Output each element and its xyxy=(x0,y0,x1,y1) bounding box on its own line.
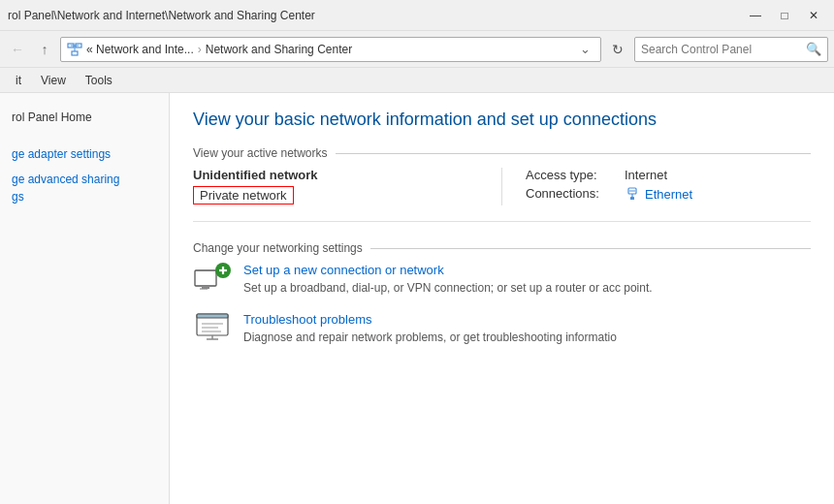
svg-rect-18 xyxy=(197,314,228,318)
network-access: Access type: Internet Connections: xyxy=(502,168,811,205)
menu-item-tools[interactable]: Tools xyxy=(78,72,120,89)
network-info: Unidentified network Private network xyxy=(193,168,502,205)
setup-connection-link[interactable]: Set up a new connection or network xyxy=(243,263,811,277)
sidebar-item-advanced-sharing[interactable]: ge advanced sharing gs xyxy=(0,167,169,209)
troubleshoot-text: Troubleshoot problems Diagnose and repai… xyxy=(243,312,811,346)
active-networks-section-title: View your active networks xyxy=(193,146,811,160)
svg-rect-2 xyxy=(72,51,78,55)
connections-link[interactable]: Ethernet xyxy=(625,186,692,202)
network-name: Unidentified network xyxy=(193,168,478,182)
ethernet-icon xyxy=(625,186,640,202)
access-type-value: Internet xyxy=(625,168,667,182)
svg-rect-10 xyxy=(630,197,634,200)
troubleshoot-icon xyxy=(193,312,232,343)
access-type-label: Access type: xyxy=(526,168,613,182)
troubleshoot-desc: Diagnose and repair network problems, or… xyxy=(243,331,617,344)
change-settings-section: Change your networking settings xyxy=(193,241,811,346)
window-title: rol Panel\Network and Internet\Network a… xyxy=(8,9,315,22)
change-settings-section-title: Change your networking settings xyxy=(193,241,811,255)
page-title: View your basic network information and … xyxy=(193,109,811,131)
access-type-row: Access type: Internet xyxy=(526,168,811,182)
search-icon: 🔍 xyxy=(806,42,821,56)
network-type-badge[interactable]: Private network xyxy=(193,186,294,205)
maximize-button[interactable]: □ xyxy=(772,6,797,25)
troubleshoot-item: Troubleshoot problems Diagnose and repai… xyxy=(193,312,811,346)
content-area: View your basic network information and … xyxy=(170,93,834,504)
menu-item-view[interactable]: View xyxy=(33,72,74,89)
network-icon xyxy=(67,42,82,57)
breadcrumb-current[interactable]: Network and Sharing Center xyxy=(206,43,352,56)
menu-item-file[interactable]: it xyxy=(8,72,29,89)
menu-bar: it View Tools xyxy=(0,68,834,93)
sidebar-item-adapter[interactable]: ge adapter settings xyxy=(0,142,169,167)
window-controls: — □ ✕ xyxy=(743,6,826,25)
search-box: 🔍 xyxy=(634,37,828,62)
address-bar: ← ↑ « Network and Inte... › Network and … xyxy=(0,31,834,68)
close-button[interactable]: ✕ xyxy=(801,6,826,25)
setup-connection-item: Set up a new connection or network Set u… xyxy=(193,263,811,297)
sidebar-header: rol Panel Home xyxy=(0,105,169,130)
setup-connection-text: Set up a new connection or network Set u… xyxy=(243,263,811,297)
connections-row: Connections: Ethern xyxy=(526,186,811,202)
setup-connection-desc: Set up a broadband, dial-up, or VPN conn… xyxy=(243,281,653,295)
back-button[interactable]: ← xyxy=(6,38,29,61)
breadcrumb-prefix: « Network and Inte... xyxy=(86,43,194,56)
svg-rect-11 xyxy=(195,270,216,286)
search-input[interactable] xyxy=(641,43,802,56)
breadcrumb-separator: › xyxy=(198,43,202,56)
up-button[interactable]: ↑ xyxy=(33,38,56,61)
breadcrumb-dropdown-button[interactable]: ⌄ xyxy=(575,40,594,59)
connections-label: Connections: xyxy=(526,186,613,202)
main-layout: rol Panel Home ge adapter settings ge ad… xyxy=(0,93,834,504)
breadcrumb: « Network and Inte... › Network and Shar… xyxy=(60,37,601,62)
setup-connection-icon xyxy=(193,263,232,294)
minimize-button[interactable]: — xyxy=(743,6,768,25)
active-networks: Unidentified network Private network Acc… xyxy=(193,168,811,222)
troubleshoot-link[interactable]: Troubleshoot problems xyxy=(243,312,811,327)
title-bar: rol Panel\Network and Internet\Network a… xyxy=(0,0,834,31)
sidebar: rol Panel Home ge adapter settings ge ad… xyxy=(0,93,170,504)
refresh-button[interactable]: ↻ xyxy=(605,37,630,62)
